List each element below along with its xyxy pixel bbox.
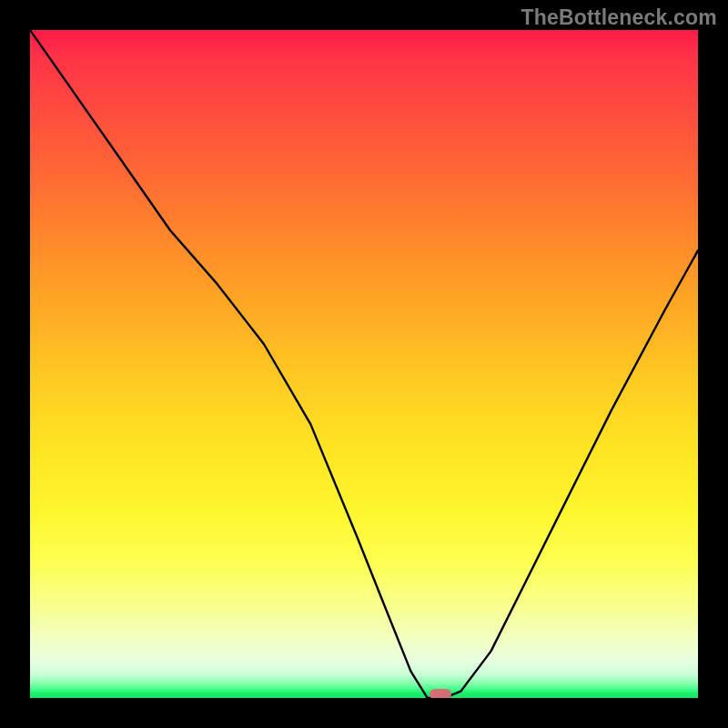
bottleneck-curve [30, 30, 698, 698]
plot-area [30, 30, 698, 698]
chart-frame: TheBottleneck.com [0, 0, 728, 728]
watermark-text: TheBottleneck.com [521, 5, 717, 30]
optimum-marker [430, 689, 451, 698]
